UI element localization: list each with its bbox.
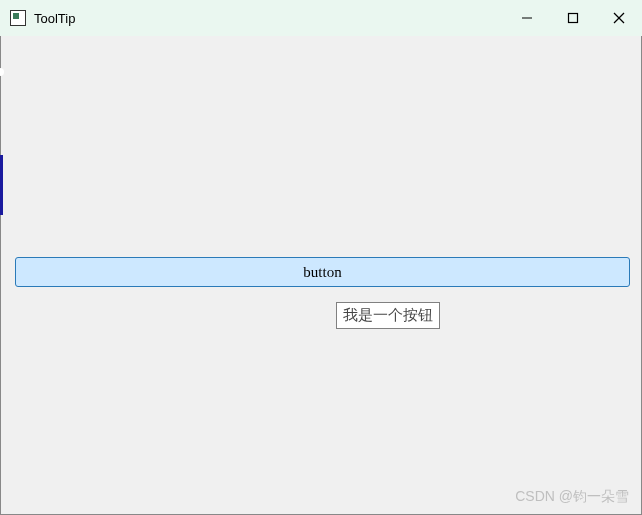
close-icon [613,12,625,24]
watermark: CSDN @钧一朵雪 [515,488,629,506]
window-controls [504,0,642,36]
titlebar: ToolTip [0,0,642,36]
client-area: button 我是一个按钮 CSDN @钧一朵雪 [0,36,642,515]
window-title: ToolTip [34,11,75,26]
maximize-button[interactable] [550,0,596,36]
svg-rect-1 [569,14,578,23]
close-button[interactable] [596,0,642,36]
left-accent-bar [0,155,3,215]
minimize-button[interactable] [504,0,550,36]
tooltip: 我是一个按钮 [336,302,440,329]
main-button[interactable]: button [15,257,630,287]
app-window: ToolTip button 我是一个按钮 CSDN @钧一朵雪 [0,0,642,515]
maximize-icon [567,12,579,24]
minimize-icon [521,12,533,24]
app-icon [10,10,26,26]
